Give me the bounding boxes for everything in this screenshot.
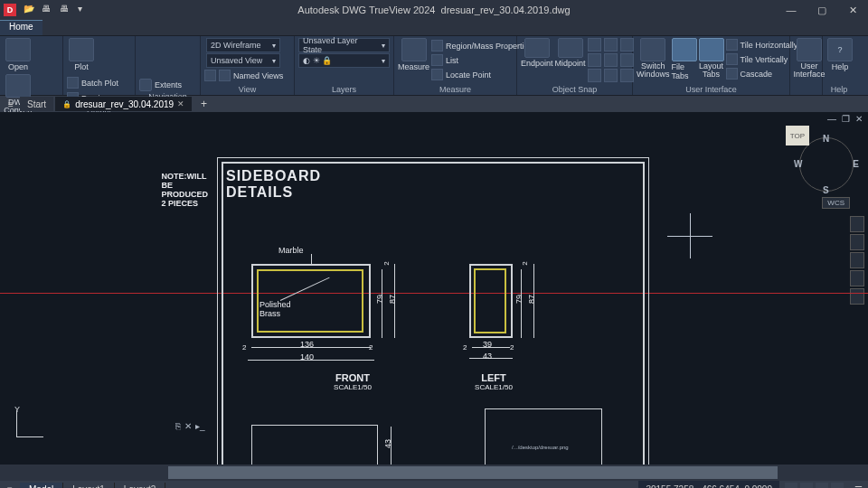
panel-view: 2D Wireframe Unsaved View Named Views Vi… <box>201 36 295 95</box>
panel-navigation: Extents Navigation <box>136 36 201 95</box>
file-tabs-menu-icon[interactable]: ≡ <box>4 99 18 109</box>
panel-help: ?Help Help <box>823 36 855 95</box>
file-tab-start[interactable]: Start <box>20 97 53 111</box>
saved-view-select[interactable]: Unsaved View <box>206 53 280 68</box>
visual-style-select[interactable]: 2D Wireframe <box>206 38 280 52</box>
command-close-icon[interactable]: ✕ <box>184 421 192 431</box>
measure-button[interactable]: Measure <box>398 38 429 81</box>
layout-tab-model[interactable]: Model <box>20 483 63 489</box>
layout-tabs-button[interactable]: LayoutTabs <box>699 38 724 80</box>
doc-close-icon[interactable]: ✕ <box>855 114 863 124</box>
dim-136: 136 <box>300 340 314 349</box>
ribbon: Open DWGConvert Files Plot Batch Plot Pr… <box>0 36 868 96</box>
plot-button[interactable]: Plot <box>67 38 96 71</box>
panel-files: Open DWGConvert Files <box>0 36 63 95</box>
command-history-icon[interactable]: ⎘ <box>175 421 181 431</box>
qat-icon[interactable]: 🖶 <box>42 4 54 16</box>
status-overflow-icon[interactable]: ☰ <box>849 484 868 489</box>
status-icon[interactable] <box>785 483 797 488</box>
osnap-icon[interactable] <box>588 53 601 67</box>
osnap-icon[interactable] <box>620 69 634 82</box>
doc-restore-icon[interactable]: ❐ <box>842 114 850 124</box>
osnap-icon[interactable] <box>604 53 618 67</box>
viewcube-n[interactable]: N <box>823 134 829 144</box>
viewcube-s[interactable]: S <box>823 185 829 195</box>
wcs-label[interactable]: WCS <box>822 197 850 209</box>
doc-window-controls: — ❐ ✕ <box>827 114 863 124</box>
drawing-canvas[interactable]: — ❐ ✕ N S W E TOP WCS SIDEBOARD DETAILS … <box>0 112 868 465</box>
dim-2: 2 <box>521 261 529 265</box>
maximize-button[interactable]: ▢ <box>807 0 837 20</box>
label-brass: Polished Brass <box>259 300 291 318</box>
tile-vertical-button[interactable]: Tile Vertically <box>726 52 798 66</box>
file-tabs-bar: ≡ Start 🔒 dresuar_rev_30.04.2019 ✕ + <box>0 96 868 112</box>
quick-access-toolbar: 📂 🖶 🖶 ▾ <box>24 4 90 16</box>
osnap-icon[interactable] <box>604 69 618 82</box>
user-interface-button[interactable]: UserInterface <box>794 38 825 79</box>
viewcube-top[interactable]: TOP <box>786 126 809 145</box>
viewcube-e[interactable]: E <box>853 159 859 169</box>
status-icon[interactable] <box>816 483 828 488</box>
panel-label: Layers <box>298 84 390 95</box>
command-prefix: ⎘ ✕ ▸_ <box>175 421 205 431</box>
scale-front: SCALE1/50 <box>326 383 380 391</box>
layout-tab-1[interactable]: Layout1 <box>63 483 115 489</box>
switch-windows-button[interactable]: SwitchWindows <box>637 38 670 80</box>
osnap-icon[interactable] <box>620 38 634 52</box>
titlebar: D 📂 🖶 🖶 ▾ Autodesk DWG TrueView 2024 dre… <box>0 0 868 20</box>
osnap-icon[interactable] <box>588 69 601 82</box>
file-tab-document[interactable]: 🔒 dresuar_rev_30.04.2019 ✕ <box>55 97 192 111</box>
window-title: Autodesk DWG TrueView 2024 dresuar_rev_3… <box>297 5 570 15</box>
close-button[interactable]: ✕ <box>837 0 868 20</box>
ucs-icon: Y <box>13 405 49 441</box>
qat-icon[interactable]: 🖶 <box>60 4 72 16</box>
layout-menu-icon[interactable]: ≡ <box>0 484 20 489</box>
dim-43: 43 <box>483 352 492 361</box>
midpoint-button[interactable]: Midpoint <box>555 38 586 82</box>
status-icons <box>779 483 849 488</box>
doc-minimize-icon[interactable]: — <box>827 114 836 124</box>
dim-79: 79 <box>375 295 384 304</box>
dim-2: 2 <box>510 343 514 352</box>
panel-label: Object Snap <box>521 84 628 95</box>
nav-zoom-icon[interactable] <box>850 252 864 268</box>
osnap-icon[interactable] <box>588 38 601 52</box>
dim-2: 2 <box>369 343 373 352</box>
osnap-icon[interactable] <box>604 38 618 52</box>
status-icon[interactable] <box>800 483 813 488</box>
help-button[interactable]: ?Help <box>826 38 854 71</box>
osnap-icon[interactable] <box>620 53 634 67</box>
status-icon[interactable] <box>831 483 844 488</box>
layout-tab-2[interactable]: Layout2 <box>115 483 166 489</box>
nav-icon[interactable] <box>139 51 152 63</box>
lock-icon: 🔒 <box>62 100 71 108</box>
layer-state-select[interactable]: Unsaved Layer State <box>298 38 390 52</box>
cascade-button[interactable]: Cascade <box>726 67 798 80</box>
endpoint-button[interactable]: Endpoint <box>521 38 553 82</box>
tab-home[interactable]: Home <box>0 20 42 35</box>
viewcube-w[interactable]: W <box>794 159 802 169</box>
file-tabs-button[interactable]: File Tabs <box>672 38 697 80</box>
crosshair-cursor <box>667 213 712 258</box>
viewcube[interactable]: N S W E TOP <box>797 136 855 193</box>
minimize-button[interactable]: — <box>776 0 807 20</box>
dim-2: 2 <box>382 261 391 265</box>
command-bar <box>0 465 868 481</box>
open-button[interactable]: Open <box>4 38 33 71</box>
qat-icon[interactable]: 📂 <box>24 4 36 16</box>
view-name-front: FRONT <box>326 372 380 383</box>
close-tab-icon[interactable]: ✕ <box>177 99 184 108</box>
nav-wheel-icon[interactable] <box>850 216 864 232</box>
nav-pan-icon[interactable] <box>850 234 864 250</box>
named-views-button[interactable]: Named Views <box>204 69 290 82</box>
nav-showmotion-icon[interactable] <box>850 288 864 305</box>
layer-select[interactable]: ◐ ☀ 🔒 <box>298 53 390 68</box>
image-placeholder <box>485 408 602 465</box>
batch-plot-button[interactable]: Batch Plot <box>67 76 118 89</box>
command-input[interactable] <box>168 466 778 479</box>
nav-orbit-icon[interactable] <box>850 270 864 286</box>
tile-horizontal-button[interactable]: Tile Horizontally <box>726 38 798 52</box>
new-tab-button[interactable]: + <box>193 98 214 110</box>
qat-icon[interactable]: ▾ <box>78 4 90 16</box>
extents-button[interactable]: Extents <box>139 79 182 91</box>
